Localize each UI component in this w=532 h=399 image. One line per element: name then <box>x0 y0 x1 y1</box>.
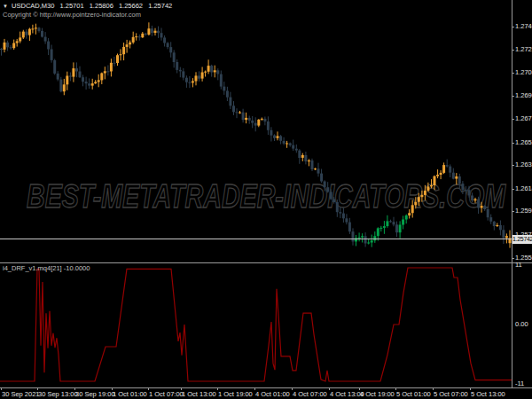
open-value: 1.25701 <box>59 2 83 10</box>
mt4-chart-window: BEST-METATRADER-INDICATORS.COM ▼ USDCAD,… <box>0 0 532 399</box>
indicator-scale-label: 11 <box>515 262 522 269</box>
time-axis-label: 5 Oct 13:00 <box>471 390 505 398</box>
pane-separator[interactable] <box>0 262 532 263</box>
price-axis-label: 1.26335 <box>515 161 532 168</box>
price-axis-border <box>512 0 512 387</box>
bid-price-badge: 1.25742 <box>512 235 532 244</box>
copyright-label: Copyright © http://www.pointzero-indicat… <box>3 11 141 19</box>
price-tick <box>512 211 514 212</box>
drf-indicator-line <box>0 268 512 381</box>
price-tick <box>512 27 514 27</box>
time-axis-label: 1 Oct 07:00 <box>149 390 184 398</box>
price-tick <box>512 189 514 190</box>
collapse-arrow-icon[interactable]: ▼ <box>3 4 8 9</box>
indicator-scale-label: -11 <box>515 380 524 387</box>
indicator-canvas[interactable] <box>0 0 532 399</box>
time-axis-label: 4 Oct 01:00 <box>255 390 290 398</box>
close-value: 1.25742 <box>148 2 172 10</box>
time-axis-label: 1 Oct 13:00 <box>182 390 216 398</box>
price-tick <box>512 96 514 97</box>
time-axis-label: 1 Oct 01:00 <box>113 390 147 398</box>
price-tick <box>512 119 514 120</box>
price-axis-label: 1.26145 <box>515 185 532 192</box>
time-axis-label: 4 Oct 19:00 <box>360 390 395 398</box>
price-tick <box>512 143 514 144</box>
time-axis-border <box>0 387 532 388</box>
price-axis-label: 1.25960 <box>515 207 532 215</box>
price-axis-label: 1.27085 <box>515 69 532 76</box>
time-axis-label: 1 Oct 19:00 <box>218 390 253 398</box>
symbol-period-label: USDCAD,M30 <box>12 2 54 10</box>
time-axis-label: 30 Sep 2021 <box>2 390 40 398</box>
price-tick <box>512 165 514 166</box>
price-axis-label: 1.26900 <box>515 92 532 99</box>
indicator-label: i4_DRF_v1.mq4[21] -10.0000 <box>3 264 90 272</box>
price-tick <box>512 50 514 51</box>
price-axis-label: 1.26520 <box>515 139 532 146</box>
low-value: 1.25662 <box>119 2 143 10</box>
time-axis-label: 5 Oct 01:00 <box>396 390 431 398</box>
price-axis-label: 1.26710 <box>515 115 532 122</box>
chart-title: ▼ USDCAD,M30 1.25701 1.25806 1.25662 1.2… <box>3 2 172 10</box>
price-tick <box>512 73 514 74</box>
time-axis-label: 4 Oct 13:00 <box>330 390 364 398</box>
indicator-name-text: i4_DRF_v1.mq4[21] <box>3 264 62 272</box>
time-axis-label: 30 Sep 19:00 <box>75 390 115 398</box>
price-axis-label: 1.27460 <box>515 23 532 30</box>
indicator-scale-label: 0.00 <box>515 321 528 328</box>
time-axis-label: 30 Sep 13:00 <box>38 390 78 398</box>
time-axis-label: 5 Oct 07:00 <box>434 390 468 398</box>
indicator-value-text: -10.0000 <box>64 264 90 272</box>
price-tick <box>512 258 514 259</box>
price-axis-label: 1.27275 <box>515 46 532 53</box>
high-value: 1.25806 <box>90 2 113 10</box>
time-axis-label: 4 Oct 07:00 <box>293 390 327 398</box>
